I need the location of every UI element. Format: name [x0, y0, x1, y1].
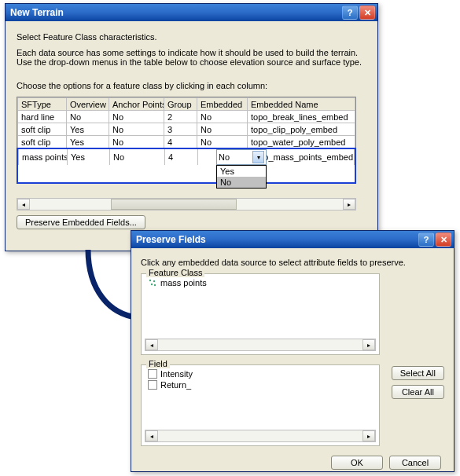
select-all-button[interactable]: Select All	[392, 366, 444, 380]
list-item-label: Return_	[160, 380, 191, 390]
col-overview[interactable]: Overview	[67, 98, 109, 111]
scroll-thumb[interactable]	[111, 199, 236, 210]
dialog-title: New Terrain	[10, 7, 340, 18]
embedded-dropdown[interactable]: No ▾ Yes No	[216, 149, 267, 189]
cell-anchor[interactable]: No	[110, 149, 165, 165]
scroll-left-icon[interactable]: ◂	[145, 430, 158, 441]
checkbox-icon[interactable]	[148, 369, 157, 379]
list-item[interactable]: Intensity	[145, 368, 376, 379]
horizontal-scrollbar[interactable]: ◂ ▸	[145, 339, 376, 351]
scroll-right-icon[interactable]: ▸	[362, 339, 375, 350]
points-icon	[148, 278, 157, 287]
feature-class-list[interactable]: mass points	[145, 277, 376, 339]
clear-all-button[interactable]: Clear All	[392, 385, 444, 399]
preserve-fields-dialog: Preserve Fields ? ✕ Click any embedded d…	[131, 230, 454, 472]
instruction-2: Each data source has some settings to in…	[17, 48, 366, 67]
scroll-track[interactable]	[30, 199, 343, 210]
dropdown-option-yes[interactable]: Yes	[217, 166, 266, 177]
cell-group[interactable]: 4	[165, 149, 198, 165]
col-embedded[interactable]: Embedded	[197, 98, 248, 111]
scroll-right-icon[interactable]: ▸	[343, 199, 355, 210]
scroll-left-icon[interactable]: ◂	[17, 199, 30, 210]
table-row[interactable]: soft clip Yes No 4 No topo_water_poly_em…	[18, 136, 355, 148]
feature-class-label: Feature Class	[146, 268, 204, 277]
svg-point-2	[151, 284, 153, 285]
close-button[interactable]: ✕	[359, 5, 375, 20]
close-button[interactable]: ✕	[436, 233, 451, 247]
list-item-label: mass points	[160, 278, 207, 287]
scroll-right-icon[interactable]: ▸	[362, 430, 375, 441]
horizontal-scrollbar[interactable]: ◂ ▸	[145, 430, 376, 442]
list-item[interactable]: Return_	[145, 379, 376, 390]
feature-class-group: Feature Class mass points ◂ ▸	[141, 273, 380, 355]
checkbox-icon[interactable]	[148, 380, 157, 390]
col-sftype[interactable]: SFType	[18, 98, 67, 111]
col-group[interactable]: Group	[164, 98, 197, 111]
table-row[interactable]: soft clip Yes No 3 No topo_clip_poly_emb…	[18, 123, 355, 136]
active-row[interactable]: mass points Yes No 4 topo_mass_points_em…	[17, 148, 356, 184]
dropdown-selected: No	[219, 152, 230, 162]
svg-point-0	[149, 280, 151, 281]
scroll-track[interactable]	[158, 430, 362, 441]
help-button[interactable]: ?	[342, 5, 358, 20]
instruction-1: Select Feature Class characteristics.	[17, 32, 366, 42]
new-terrain-dialog: New Terrain ? ✕ Select Feature Class cha…	[5, 3, 378, 251]
col-ename[interactable]: Embedded Name	[248, 98, 355, 111]
table-row[interactable]: hard line No No 2 No topo_break_lines_em…	[18, 111, 355, 123]
svg-point-1	[153, 280, 155, 282]
instruction: Click any embedded data source to select…	[141, 258, 444, 267]
horizontal-scrollbar[interactable]: ◂ ▸	[17, 198, 356, 211]
field-group: Field Intensity Return_ ◂	[141, 364, 380, 446]
field-list[interactable]: Intensity Return_	[145, 368, 376, 430]
instruction-3: Choose the options for a feature class b…	[17, 81, 366, 90]
dropdown-option-no[interactable]: No	[217, 177, 266, 188]
ok-button[interactable]: OK	[331, 456, 383, 470]
cell-sftype[interactable]: mass points	[19, 149, 68, 165]
col-anchor[interactable]: Anchor Points	[109, 98, 164, 111]
svg-point-3	[154, 284, 156, 286]
titlebar[interactable]: Preserve Fields ? ✕	[131, 231, 454, 248]
preserve-embedded-fields-button[interactable]: Preserve Embedded Fields...	[17, 215, 145, 229]
titlebar[interactable]: New Terrain ? ✕	[6, 4, 377, 21]
table-header-row: SFType Overview Anchor Points Group Embe…	[18, 98, 355, 111]
dialog-title: Preserve Fields	[136, 234, 417, 245]
help-button[interactable]: ?	[418, 233, 434, 247]
cancel-button[interactable]: Cancel	[389, 456, 441, 470]
feature-class-table[interactable]: SFType Overview Anchor Points Group Embe…	[17, 97, 356, 149]
list-item-label: Intensity	[160, 369, 193, 379]
field-label: Field	[146, 359, 170, 368]
chevron-down-icon[interactable]: ▾	[252, 151, 264, 163]
scroll-left-icon[interactable]: ◂	[145, 339, 158, 350]
cell-overview[interactable]: Yes	[68, 149, 110, 165]
dropdown-list[interactable]: Yes No	[216, 165, 267, 189]
list-item[interactable]: mass points	[145, 277, 376, 288]
scroll-track[interactable]	[158, 339, 362, 350]
